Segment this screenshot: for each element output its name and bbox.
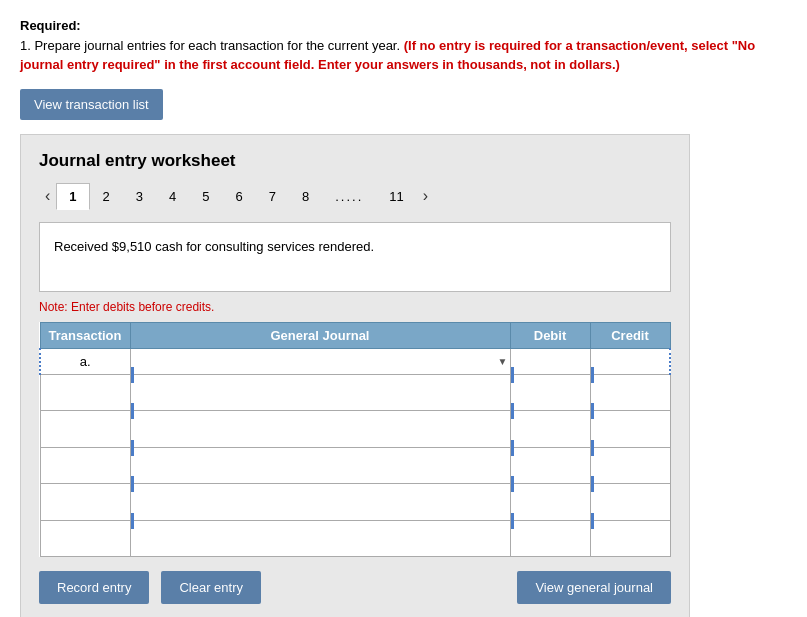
credit-input[interactable] (591, 529, 670, 565)
general-journal-cell[interactable] (130, 411, 510, 448)
credit-input[interactable] (591, 419, 670, 455)
worksheet-title: Journal entry worksheet (39, 151, 671, 171)
credit-input[interactable] (591, 383, 670, 419)
tab-5[interactable]: 5 (189, 183, 222, 210)
general-journal-input[interactable] (131, 349, 510, 374)
col-credit: Credit (590, 322, 670, 348)
tabs-row: ‹ 1 2 3 4 5 6 7 8 ..... 11 › (39, 183, 671, 210)
debit-cell[interactable] (510, 374, 590, 411)
credit-input[interactable] (591, 492, 670, 528)
transaction-cell: a. (40, 348, 130, 374)
credit-input[interactable] (591, 349, 670, 374)
record-entry-button[interactable]: Record entry (39, 571, 149, 604)
tab-7[interactable]: 7 (256, 183, 289, 210)
transaction-cell (40, 484, 130, 521)
debit-input[interactable] (511, 456, 590, 492)
credit-cell[interactable] (590, 348, 670, 374)
col-transaction: Transaction (40, 322, 130, 348)
tab-next-arrow[interactable]: › (417, 183, 434, 209)
view-general-journal-button[interactable]: View general journal (517, 571, 671, 604)
transaction-cell (40, 411, 130, 448)
debit-cell[interactable] (510, 348, 590, 374)
transaction-cell (40, 374, 130, 411)
col-general-journal: General Journal (130, 322, 510, 348)
buttons-row: Record entry Clear entry View general jo… (39, 571, 671, 604)
instruction-normal: 1. Prepare journal entries for each tran… (20, 38, 404, 53)
debit-input[interactable] (511, 492, 590, 528)
tab-dots: ..... (322, 183, 376, 210)
description-box: Received $9,510 cash for consulting serv… (39, 222, 671, 292)
tab-8[interactable]: 8 (289, 183, 322, 210)
credit-input[interactable] (591, 456, 670, 492)
clear-entry-button[interactable]: Clear entry (161, 571, 261, 604)
tab-4[interactable]: 4 (156, 183, 189, 210)
note-text: Note: Enter debits before credits. (39, 300, 671, 314)
journal-table: Transaction General Journal Debit Credit… (39, 322, 671, 558)
tab-1[interactable]: 1 (56, 183, 89, 210)
tab-3[interactable]: 3 (123, 183, 156, 210)
general-journal-input[interactable] (131, 529, 510, 565)
debit-input[interactable] (511, 383, 590, 419)
description-text: Received $9,510 cash for consulting serv… (54, 239, 374, 254)
transaction-cell (40, 520, 130, 557)
debit-input[interactable] (511, 529, 590, 565)
general-journal-cell[interactable] (130, 374, 510, 411)
general-journal-cell[interactable]: ▼ (130, 348, 510, 374)
debit-input[interactable] (511, 419, 590, 455)
required-heading: Required: (20, 18, 81, 33)
worksheet-container: Journal entry worksheet ‹ 1 2 3 4 5 6 7 … (20, 134, 690, 618)
transaction-cell (40, 447, 130, 484)
tab-prev-arrow[interactable]: ‹ (39, 183, 56, 209)
col-debit: Debit (510, 322, 590, 348)
required-section: Required: 1. Prepare journal entries for… (20, 16, 787, 75)
view-transaction-list-button[interactable]: View transaction list (20, 89, 163, 120)
tab-6[interactable]: 6 (223, 183, 256, 210)
general-journal-cell[interactable] (130, 447, 510, 484)
general-journal-cell[interactable] (130, 484, 510, 521)
debit-input[interactable] (511, 349, 590, 374)
credit-cell[interactable] (590, 374, 670, 411)
general-journal-cell[interactable] (130, 520, 510, 557)
tab-2[interactable]: 2 (90, 183, 123, 210)
tab-11[interactable]: 11 (376, 183, 416, 210)
